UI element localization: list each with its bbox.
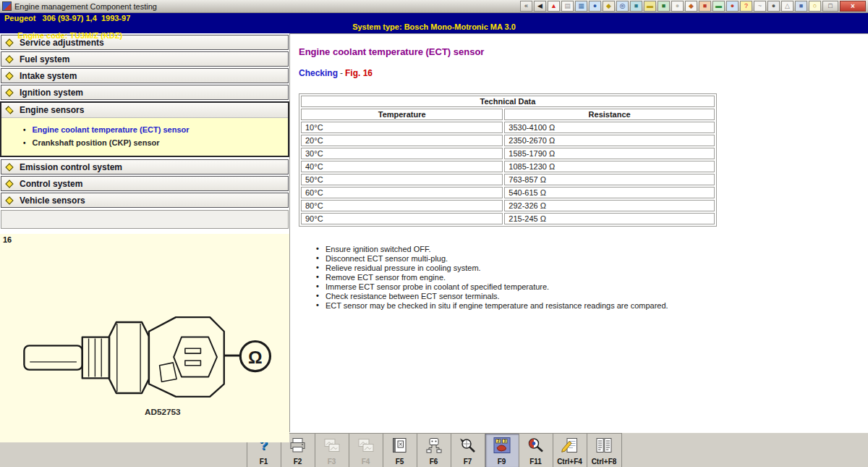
tools-icon[interactable]: ◆ bbox=[685, 1, 697, 12]
fkey-label: Ctrl+F4 bbox=[557, 458, 582, 466]
fkey-label: F5 bbox=[396, 458, 404, 466]
fkey-label: F9 bbox=[498, 458, 506, 466]
help-face-icon[interactable]: ? bbox=[740, 1, 752, 12]
sidebar-item-label: Engine coolant temperature (ECT) sensor bbox=[33, 125, 190, 134]
fkey-button-f5[interactable]: F5 bbox=[383, 434, 417, 467]
table-row: 50°C763-857 Ω bbox=[301, 174, 715, 185]
figure-reference-link[interactable]: Fig. 16 bbox=[345, 68, 373, 78]
table-row: 60°C540-615 Ω bbox=[301, 187, 715, 198]
timer-icon[interactable]: ● bbox=[589, 1, 601, 12]
car-icon[interactable]: ■ bbox=[795, 1, 807, 12]
menu-list-icon bbox=[595, 436, 613, 455]
fkey-label: Ctrl+F8 bbox=[592, 458, 617, 466]
sidebar: Service adjustmentsFuel systemIntake sys… bbox=[0, 33, 289, 432]
table-row: 80°C292-326 Ω bbox=[301, 200, 715, 211]
sidebar-section-label: Vehicle sensors bbox=[20, 195, 85, 206]
picture-icon[interactable]: ▦ bbox=[575, 1, 587, 12]
battery-icon[interactable]: ■ bbox=[699, 1, 711, 12]
tyre-icon[interactable]: ● bbox=[767, 1, 780, 12]
oscilloscope-icon[interactable]: ▬ bbox=[644, 1, 656, 12]
column-header-resistance: Resistance bbox=[504, 109, 715, 120]
fkey-button-f9[interactable]: 23F9 bbox=[485, 434, 519, 467]
resistance-cell: 1585-1790 Ω bbox=[504, 148, 715, 159]
gauge-icon[interactable]: ● bbox=[726, 1, 739, 12]
coins-icon[interactable]: ● bbox=[671, 1, 684, 12]
app-window: Engine management Component testing «◀ ▲… bbox=[0, 0, 868, 467]
fkey-button-ctrl-f8[interactable]: Ctrl+F8 bbox=[587, 434, 621, 467]
procedure-step: Remove ECT sensor from engine. bbox=[316, 273, 858, 282]
fkey-button-ctrl-f4[interactable]: Ctrl+F4 bbox=[553, 434, 587, 467]
sidebar-item-engine-coolant-temperature-ect-sensor[interactable]: •Engine coolant temperature (ECT) sensor bbox=[1, 123, 288, 136]
sidebar-item-label: Crankshaft position (CKP) sensor bbox=[33, 138, 160, 147]
procedure-step: Immerse ECT sensor probe in coolant of s… bbox=[316, 282, 858, 292]
resistance-cell: 292-326 Ω bbox=[504, 200, 715, 211]
vehicle-subline: Engine code: TU3M/Z (KDZ) System type: B… bbox=[4, 22, 864, 57]
diamond-icon bbox=[5, 106, 13, 114]
vehicle-name: Peugeot 306 (93-97) 1,4 1993-97 bbox=[4, 14, 864, 22]
figure-number: 16 bbox=[3, 235, 286, 244]
sidebar-section-vehicle-sensors: Vehicle sensors bbox=[0, 191, 289, 208]
fkey-label: F2 bbox=[294, 458, 302, 466]
sidebar-section-header-engine-sensors[interactable]: Engine sensors bbox=[1, 103, 288, 118]
fkey-button-f7[interactable]: F7 bbox=[451, 434, 485, 467]
fkey-button-f3: F3 bbox=[315, 434, 349, 467]
component-test-icon: 23 bbox=[493, 436, 511, 455]
diamond-icon bbox=[5, 72, 13, 80]
sidebar-section-header-vehicle-sensors[interactable]: Vehicle sensors bbox=[1, 193, 289, 208]
table-title-row: Technical Data bbox=[301, 96, 715, 107]
component-location-icon bbox=[425, 436, 443, 455]
sidebar-section-header-intake-system[interactable]: Intake system bbox=[1, 68, 289, 83]
diamond-icon bbox=[5, 196, 13, 204]
temperature-cell: 50°C bbox=[301, 174, 503, 185]
nav-back-icon[interactable]: ◀ bbox=[534, 1, 546, 12]
sidebar-empty-panel bbox=[1, 210, 289, 229]
nav-first-icon[interactable]: « bbox=[520, 1, 532, 12]
sensor-connector bbox=[149, 317, 224, 397]
system-type: System type: Bosch Mono-Motronic MA 3.0 bbox=[4, 22, 864, 31]
engine-icon[interactable]: ■ bbox=[658, 1, 670, 12]
restore-button[interactable]: □ bbox=[822, 1, 838, 12]
sidebar-section-header-ignition-system[interactable]: Ignition system bbox=[1, 85, 289, 100]
fkey-button-f6[interactable]: F6 bbox=[417, 434, 451, 467]
main-panel: Engine coolant temperature (ECT) sensor … bbox=[289, 33, 868, 432]
procedure-step: Check resistance between ECT sensor term… bbox=[316, 292, 858, 301]
key-icon[interactable]: ◆ bbox=[603, 1, 615, 12]
checking-separator: - bbox=[338, 68, 345, 78]
procedure-step: Ensure ignition switched OFF. bbox=[316, 245, 858, 254]
fkey-label: F11 bbox=[529, 458, 542, 466]
sidebar-section-header-emission-control-system[interactable]: Emission control system bbox=[1, 159, 289, 174]
sidebar-section-label: Ignition system bbox=[20, 88, 83, 98]
sidebar-item-crankshaft-position-ckp-sensor[interactable]: •Crankshaft position (CKP) sensor bbox=[1, 136, 288, 149]
technical-data-table: Technical DataTemperatureResistance10°C3… bbox=[299, 93, 717, 227]
sidebar-section-header-control-system[interactable]: Control system bbox=[1, 176, 289, 191]
warning-icon[interactable]: ▲ bbox=[548, 1, 560, 12]
charger-icon[interactable]: ▬ bbox=[712, 1, 725, 12]
checking-line: Checking-Fig. 16 bbox=[299, 68, 858, 78]
table-title: Technical Data bbox=[301, 96, 715, 107]
content-area: Service adjustmentsFuel systemIntake sys… bbox=[0, 33, 868, 432]
resistance-cell: 3530-4100 Ω bbox=[504, 122, 715, 133]
titlebar-nav-group: «◀ bbox=[520, 1, 546, 12]
image-next-icon bbox=[357, 436, 375, 455]
procedure-step: Disconnect ECT sensor multi-plug. bbox=[316, 254, 858, 264]
steering-wheel-icon[interactable]: ◎ bbox=[616, 1, 629, 12]
hazard-icon[interactable]: △ bbox=[781, 1, 793, 12]
figure-panel: 16 bbox=[0, 234, 289, 442]
technicians-icon[interactable]: ■ bbox=[630, 1, 642, 12]
bullet-icon: • bbox=[23, 139, 26, 147]
lamp-icon[interactable]: ○ bbox=[809, 1, 821, 12]
close-button[interactable]: × bbox=[840, 1, 866, 12]
resistance-cell: 2350-2670 Ω bbox=[504, 135, 715, 146]
fkey-label: F3 bbox=[328, 458, 336, 466]
sidebar-section-engine-sensors: Engine sensors•Engine coolant temperatur… bbox=[0, 101, 289, 157]
document-icon[interactable]: ▤ bbox=[561, 1, 574, 12]
temperature-cell: 60°C bbox=[301, 187, 503, 198]
resistance-cell: 1085-1230 Ω bbox=[504, 161, 715, 172]
fkey-button-f11[interactable]: F11 bbox=[519, 434, 553, 467]
exhaust-icon[interactable]: ~ bbox=[754, 1, 766, 12]
table-header-row: TemperatureResistance bbox=[301, 109, 715, 120]
diamond-icon bbox=[5, 88, 13, 96]
sidebar-section-intake-system: Intake system bbox=[0, 67, 289, 83]
procedure-list: Ensure ignition switched OFF.Disconnect … bbox=[316, 245, 858, 311]
image-prev-icon bbox=[323, 436, 341, 455]
